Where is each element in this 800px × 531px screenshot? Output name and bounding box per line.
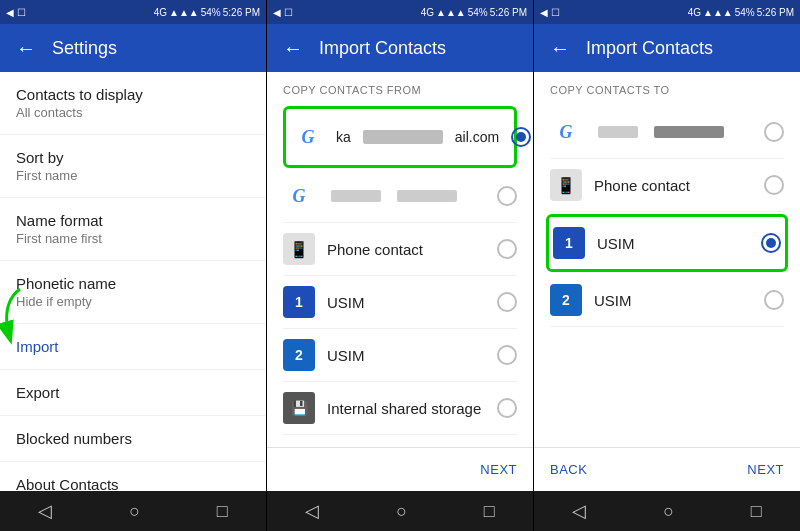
import-to-screen: ◀ ☐ 4G ▲▲▲ 54% 5:26 PM ← Import Contacts… — [534, 0, 800, 491]
nav-bar-1: ◁ ○ □ — [0, 491, 267, 531]
usim-2-from-icon: 2 — [283, 339, 315, 371]
usim-2-from-label: USIM — [327, 347, 485, 364]
signal-3: 4G — [688, 7, 701, 18]
time-2: 5:26 PM — [490, 7, 527, 18]
usim-2-dest-radio[interactable] — [764, 290, 784, 310]
nav-bar-3: ◁ ○ □ — [534, 491, 800, 531]
settings-item-blocked[interactable]: Blocked numbers — [0, 416, 266, 462]
account-2-blur-1 — [331, 190, 381, 202]
home-nav-2[interactable]: ○ — [396, 501, 407, 522]
import-to-back[interactable]: ← — [550, 37, 570, 60]
phone-contact-from-option[interactable]: 📱 Phone contact — [283, 223, 517, 276]
battery-3: 54% — [735, 7, 755, 18]
sort-by-label: Sort by — [16, 149, 250, 166]
import-from-content: COPY CONTACTS FROM G ka ail.com — [267, 72, 533, 447]
time-display: 5:26 PM — [223, 7, 260, 18]
import-to-content: COPY CONTACTS TO G 📱 Phone contact — [534, 72, 800, 447]
recent-nav-2[interactable]: □ — [484, 501, 495, 522]
usim-1-dest-highlighted[interactable]: 1 USIM — [546, 214, 788, 272]
import-from-screen: ◀ ☐ 4G ▲▲▲ 54% 5:26 PM ← Import Contacts… — [267, 0, 534, 491]
sort-by-value: First name — [16, 168, 250, 183]
usim-2-from-radio[interactable] — [497, 345, 517, 365]
home-nav-3[interactable]: ○ — [663, 501, 674, 522]
google-account-1-option[interactable]: G ka ail.com — [292, 111, 508, 163]
storage-icon: 💾 — [283, 392, 315, 424]
recent-nav-1[interactable]: □ — [217, 501, 228, 522]
settings-item-import[interactable]: Import — [0, 324, 266, 370]
bars-3: ▲▲▲ — [703, 7, 733, 18]
import-from-back[interactable]: ← — [283, 37, 303, 60]
phonetic-label: Phonetic name — [16, 275, 250, 292]
home-nav-1[interactable]: ○ — [129, 501, 140, 522]
account-1-suffix: ail.com — [455, 129, 499, 145]
next-button-screen3[interactable]: NEXT — [747, 462, 784, 477]
usim-1-dest-radio[interactable] — [761, 233, 781, 253]
google-icon-2: G — [283, 180, 315, 212]
status-left-icons: ◀ ☐ — [6, 7, 26, 18]
phone-contact-dest-option[interactable]: 📱 Phone contact — [550, 159, 784, 212]
import-label: Import — [16, 338, 250, 355]
back-nav-2[interactable]: ◁ — [305, 500, 319, 522]
status-left-3: ◀ ☐ — [540, 7, 560, 18]
usim-2-dest-icon: 2 — [550, 284, 582, 316]
next-button-screen2[interactable]: NEXT — [480, 462, 517, 477]
google-account-dest-option[interactable]: G — [550, 106, 784, 159]
settings-item-sort-by[interactable]: Sort by First name — [0, 135, 266, 198]
usim-1-from-radio[interactable] — [497, 292, 517, 312]
battery-level: 54% — [201, 7, 221, 18]
settings-item-about[interactable]: About Contacts — [0, 462, 266, 491]
phone-icon-dest: 📱 — [550, 169, 582, 201]
google-dest-info — [594, 126, 752, 138]
battery-2: 54% — [468, 7, 488, 18]
screenshot-icon: ☐ — [17, 7, 26, 18]
settings-list: Contacts to display All contacts Sort by… — [0, 72, 266, 491]
import-from-appbar: ← Import Contacts — [267, 24, 533, 72]
back-nav-1[interactable]: ◁ — [38, 500, 52, 522]
signal-bars: ▲▲▲ — [169, 7, 199, 18]
google-dest-radio[interactable] — [764, 122, 784, 142]
name-format-value: First name first — [16, 231, 250, 246]
google-acc-1-radio[interactable] — [511, 127, 531, 147]
account-2-blur-2 — [397, 190, 457, 202]
contacts-display-value: All contacts — [16, 105, 250, 120]
usim-2-dest-option[interactable]: 2 USIM — [550, 274, 784, 327]
settings-item-name-format[interactable]: Name format First name first — [0, 198, 266, 261]
notification-icon: ◀ — [6, 7, 14, 18]
settings-item-phonetic[interactable]: Phonetic name Hide if empty — [0, 261, 266, 324]
phonetic-value: Hide if empty — [16, 294, 250, 309]
bars-2: ▲▲▲ — [436, 7, 466, 18]
settings-item-export[interactable]: Export — [0, 370, 266, 416]
notif-icon-3: ◀ — [540, 7, 548, 18]
status-left-2: ◀ ☐ — [273, 7, 293, 18]
account-1-prefix: ka — [336, 129, 351, 145]
phone-contact-dest-label: Phone contact — [594, 177, 752, 194]
status-bar-1: ◀ ☐ 4G ▲▲▲ 54% 5:26 PM — [0, 0, 266, 24]
usim-1-from-label: USIM — [327, 294, 485, 311]
google-account-1-highlighted[interactable]: G ka ail.com — [283, 106, 517, 168]
nav-bar-2: ◁ ○ □ — [267, 491, 534, 531]
account-1-email-blur — [363, 130, 443, 144]
name-format-label: Name format — [16, 212, 250, 229]
usim-2-from-option[interactable]: 2 USIM — [283, 329, 517, 382]
copy-to-label: COPY CONTACTS TO — [550, 84, 784, 96]
screen-icon-3: ☐ — [551, 7, 560, 18]
phone-icon: 📱 — [283, 233, 315, 265]
google-acc-2-radio[interactable] — [497, 186, 517, 206]
google-account-2-option[interactable]: G — [283, 170, 517, 223]
internal-storage-option[interactable]: 💾 Internal shared storage — [283, 382, 517, 435]
google-icon-dest: G — [550, 116, 582, 148]
export-label: Export — [16, 384, 250, 401]
time-3: 5:26 PM — [757, 7, 794, 18]
usim-1-dest-option[interactable]: 1 USIM — [553, 217, 781, 269]
dest-blur-1 — [598, 126, 638, 138]
internal-storage-radio[interactable] — [497, 398, 517, 418]
settings-item-contacts-display[interactable]: Contacts to display All contacts — [0, 72, 266, 135]
phone-contact-from-radio[interactable] — [497, 239, 517, 259]
back-button-screen3[interactable]: BACK — [550, 462, 587, 477]
back-nav-3[interactable]: ◁ — [572, 500, 586, 522]
dest-blur-2 — [654, 126, 724, 138]
phone-contact-dest-radio[interactable] — [764, 175, 784, 195]
back-button[interactable]: ← — [16, 37, 36, 60]
recent-nav-3[interactable]: □ — [751, 501, 762, 522]
usim-1-from-option[interactable]: 1 USIM — [283, 276, 517, 329]
